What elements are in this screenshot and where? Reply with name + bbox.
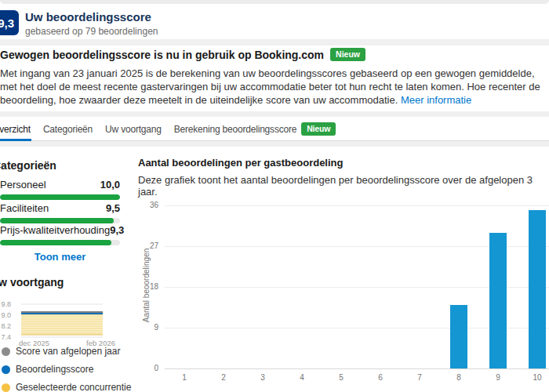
- banner-title: Gewogen beoordelingsscore is nu in gebru…: [0, 48, 549, 61]
- tab-overzicht[interactable]: Overzicht: [0, 117, 31, 141]
- y-tick-0: 0: [138, 364, 158, 372]
- legend-label: Geselecteerde concurrentie: [16, 382, 131, 392]
- yellow-dot-icon: [2, 383, 10, 392]
- category-score: 9,5: [106, 202, 120, 214]
- category-bar-fill: [0, 240, 111, 245]
- category-bar-track: [0, 240, 120, 245]
- category-bar-track: [0, 194, 120, 200]
- tab-uw-voortgang[interactable]: Uw voortgang: [104, 117, 162, 141]
- progress-legend: Score van afgelopen jaar Beoordelingssco…: [2, 346, 131, 392]
- x-tick-1: 1: [173, 373, 196, 382]
- legend-item-last-year: Score van afgelopen jaar: [2, 346, 131, 357]
- y-tick-9: 9: [138, 323, 158, 332]
- competition-band: [21, 314, 103, 335]
- x-tick-4: 4: [290, 373, 314, 382]
- category-label: Prijs-kwaliteitverhouding: [0, 224, 110, 236]
- tab-berekening-beoordelingsscore[interactable]: Berekening beoordelingsscoreNieuw: [173, 117, 336, 141]
- banner-body: Met ingang van 23 januari 2025 is de ber…: [0, 67, 547, 107]
- category-score: 9,3: [110, 224, 124, 236]
- legend-item-score: Beoordelingsscore: [2, 364, 131, 375]
- top-divider-strip: [0, 0, 549, 4]
- overall-score-badge: 9,3: [0, 10, 19, 35]
- category-bar-track: [0, 218, 120, 223]
- x-tick-7: 7: [408, 373, 431, 382]
- progress-mini-chart: 9.8 9.0 8.2 7.4 dec: [0, 300, 122, 347]
- chart-bar-score-8: [450, 305, 467, 368]
- legend-label: Score van afgelopen jaar: [16, 346, 120, 357]
- meer-informatie-link[interactable]: Meer informatie: [401, 94, 471, 106]
- section-divider: [0, 39, 549, 45]
- gridline: [165, 205, 549, 206]
- progress-heading: Uw voortgang: [0, 276, 64, 289]
- categories-heading: Categorieën: [0, 159, 56, 172]
- nieuw-badge: Nieuw: [301, 122, 336, 136]
- section-divider: [0, 111, 549, 117]
- category-row-faciliteiten: Faciliteiten 9,5: [0, 202, 120, 223]
- review-count-subtitle: gebaseerd op 79 beoordelingen: [25, 26, 158, 37]
- page-header: Uw beoordelingsscore gebaseerd op 79 beo…: [25, 10, 158, 37]
- toon-meer-link[interactable]: Toon meer: [0, 251, 120, 263]
- blue-dot-icon: [2, 365, 10, 374]
- x-tick-10: 10: [525, 373, 549, 382]
- x-tick-3: 3: [251, 373, 274, 382]
- review-score-page: 9,3 Uw beoordelingsscore gebaseerd op 79…: [0, 0, 549, 392]
- reviews-chart-subtitle: Deze grafiek toont het aantal beoordelin…: [138, 174, 549, 198]
- legend-item-competition: Geselecteerde concurrentie: [2, 382, 131, 392]
- x-tick-9: 9: [486, 373, 510, 382]
- category-bar-fill: [0, 194, 120, 200]
- category-row-prijs-kwaliteit: Prijs-kwaliteitverhouding 9,3: [0, 224, 120, 245]
- category-score: 10,0: [100, 179, 120, 191]
- chart-bar-score-10: [529, 210, 546, 368]
- tab-categorieen[interactable]: Categorieën: [42, 117, 93, 141]
- banner-title-text: Gewogen beoordelingsscore is nu in gebru…: [0, 49, 324, 61]
- reviews-chart-plot: Aantal beoordelingen 0918273612345678910: [138, 198, 549, 386]
- y-tick-27: 27: [138, 241, 158, 250]
- gray-dot-icon: [2, 347, 10, 356]
- reviews-chart-title: Aantal beoordelingen per gastbeoordeling: [138, 157, 343, 169]
- category-label: Faciliteiten: [0, 202, 49, 214]
- section-divider: [0, 141, 549, 147]
- nieuw-badge: Nieuw: [330, 48, 365, 61]
- x-tick-2: 2: [212, 373, 235, 382]
- tab-label: Berekening beoordelingsscore: [174, 124, 297, 135]
- x-tick-5: 5: [329, 373, 353, 382]
- weighted-score-banner: Gewogen beoordelingsscore is nu in gebru…: [0, 48, 549, 107]
- category-row-personeel: Personeel 10,0: [0, 179, 120, 200]
- y-tick-18: 18: [138, 282, 158, 291]
- tab-bar: Overzicht Categorieën Uw voortgang Berek…: [0, 117, 549, 141]
- x-tick-6: 6: [369, 373, 392, 382]
- x-tick-8: 8: [447, 373, 471, 382]
- category-label: Personeel: [0, 179, 46, 191]
- legend-label: Beoordelingsscore: [16, 364, 93, 375]
- chart-bar-score-9: [489, 233, 507, 368]
- progress-chart-canvas: [0, 303, 105, 341]
- gridline: [165, 368, 549, 369]
- y-tick-36: 36: [138, 201, 158, 209]
- category-bar-fill: [0, 218, 114, 223]
- page-title: Uw beoordelingsscore: [25, 10, 158, 24]
